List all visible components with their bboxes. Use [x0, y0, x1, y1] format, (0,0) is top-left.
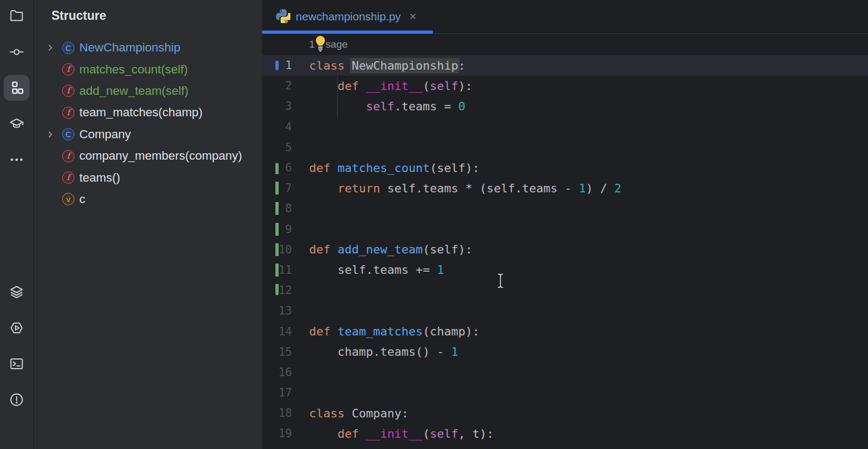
line-number[interactable]: 2 [262, 79, 309, 92]
sidebar-item-services[interactable] [4, 315, 29, 341]
structure-item-c[interactable]: vc [34, 189, 262, 210]
sidebar-item-problems[interactable] [4, 387, 29, 413]
function-icon: f [62, 63, 74, 76]
line-number[interactable]: 15 [262, 346, 309, 358]
code-line-5[interactable]: 5 [262, 137, 868, 158]
line-number[interactable]: 19 [262, 427, 309, 440]
lightbulb-icon[interactable] [314, 35, 327, 54]
structure-item-label: Company [79, 128, 131, 141]
code-text: def __init__(self, t): [309, 427, 493, 440]
structure-item-matches-count-self[interactable]: fmatches_count(self) [34, 58, 262, 80]
code-line-13[interactable]: 13 [262, 301, 868, 321]
tool-window-stripe [0, 0, 34, 449]
line-number[interactable]: 18 [262, 407, 309, 420]
function-icon: f [62, 85, 74, 97]
code-line-8[interactable]: 8 [262, 198, 868, 219]
line-number[interactable]: 7 [262, 182, 309, 194]
code-line-9[interactable]: 9 [262, 219, 868, 240]
code-line-7[interactable]: 7 return self.teams * (self.teams - 1) /… [262, 178, 868, 198]
code-area[interactable]: 1sage 1class NewChampionship:2 def __ini… [262, 34, 868, 449]
close-icon[interactable]: × [409, 11, 416, 23]
run-hexagon-icon [9, 320, 25, 336]
line-number[interactable]: 5 [262, 141, 309, 154]
vcs-added-bar [275, 163, 279, 174]
line-number[interactable]: 1 [262, 59, 309, 72]
structure-panel: Structure CNewChampionshipfmatches_count… [34, 0, 262, 449]
code-text: champ.teams() - 1 [309, 345, 458, 358]
code-line-17[interactable]: 17 [262, 383, 868, 403]
chevron-right-icon[interactable] [46, 43, 55, 52]
code-line-12[interactable]: 12 [262, 280, 868, 301]
chevron-right-icon [46, 195, 55, 204]
code-line-6[interactable]: 6def matches_count(self): [262, 158, 868, 178]
function-icon: f [62, 150, 74, 162]
line-number[interactable]: 14 [262, 325, 309, 338]
code-text: return self.teams * (self.teams - 1) / 2 [309, 182, 622, 195]
code-line-2[interactable]: 2 def __init__(self): [262, 76, 868, 96]
sidebar-item-stack[interactable] [4, 279, 29, 305]
code-lines: 1class NewChampionship:2 def __init__(se… [262, 55, 868, 444]
chevron-right-icon [46, 174, 55, 182]
structure-item-teams[interactable]: fteams() [34, 167, 262, 188]
line-number[interactable]: 3 [262, 100, 309, 113]
commit-icon [9, 44, 25, 60]
sidebar-item-commit[interactable] [4, 39, 29, 65]
sidebar-item-more[interactable] [4, 147, 29, 173]
structure-item-label: c [79, 192, 85, 206]
vcs-added-bar [275, 284, 279, 295]
structure-item-newchampionship[interactable]: CNewChampionship [34, 37, 262, 58]
graduation-cap-icon [9, 116, 25, 132]
code-line-15[interactable]: 15 champ.teams() - 1 [262, 342, 868, 362]
structure-item-company-members-company[interactable]: fcompany_members(company) [34, 145, 262, 167]
sidebar-item-structure[interactable] [4, 75, 29, 101]
code-line-19[interactable]: 19 def __init__(self, t): [262, 423, 868, 444]
sidebar-item-learn[interactable] [4, 111, 29, 137]
code-line-18[interactable]: 18class Company: [262, 403, 868, 423]
code-text: class Company: [309, 407, 408, 420]
line-number[interactable]: 8 [262, 202, 309, 215]
line-number[interactable]: 12 [262, 284, 309, 297]
line-number[interactable]: 4 [262, 121, 309, 133]
function-icon: f [62, 171, 74, 184]
code-text: class NewChampionship: [309, 59, 465, 72]
python-icon [276, 9, 290, 25]
code-text: def add_new_team(self): [309, 243, 473, 256]
code-line-16[interactable]: 16 [262, 362, 868, 383]
stack-icon [9, 284, 25, 300]
code-line-4[interactable]: 4 [262, 117, 868, 137]
structure-icon [9, 80, 25, 96]
sidebar-item-project[interactable] [4, 3, 29, 29]
chevron-right-icon[interactable] [46, 130, 55, 139]
vcs-added-bar [275, 243, 279, 256]
structure-item-company[interactable]: CCompany [34, 124, 262, 145]
line-number[interactable]: 17 [262, 386, 309, 399]
structure-item-label: teams() [79, 171, 120, 185]
ide-window: Structure CNewChampionshipfmatches_count… [0, 0, 868, 449]
more-icon [9, 152, 25, 168]
folder-icon [9, 8, 25, 24]
tab-newchampionship-py[interactable]: newchampionship.py × [262, 0, 429, 33]
line-number[interactable]: 16 [262, 366, 309, 379]
vcs-added-bar [275, 202, 279, 215]
code-text: def matches_count(self): [309, 161, 480, 175]
line-number[interactable]: 9 [262, 223, 309, 236]
sidebar-item-terminal[interactable] [4, 351, 29, 377]
code-line-10[interactable]: 10def add_new_team(self): [262, 240, 868, 260]
indent-guide [337, 96, 338, 116]
chevron-right-icon [46, 152, 55, 160]
code-line-3[interactable]: 3 self.teams = 0 [262, 96, 868, 116]
structure-item-label: team_matches(champ) [79, 106, 203, 119]
code-line-11[interactable]: 11 self.teams += 1 [262, 260, 868, 280]
structure-item-team-matches-champ[interactable]: fteam_matches(champ) [34, 102, 262, 123]
chevron-right-icon [46, 65, 55, 74]
usage-hint-text-tail: sage [326, 39, 348, 50]
variable-icon: v [62, 193, 74, 205]
line-number[interactable]: 11 [262, 264, 309, 276]
code-line-1[interactable]: 1class NewChampionship: [262, 55, 868, 76]
code-line-14[interactable]: 14def team_matches(champ): [262, 321, 868, 341]
structure-item-add-new-team-self[interactable]: fadd_new_team(self) [34, 80, 262, 102]
line-number[interactable]: 10 [262, 243, 309, 256]
line-number[interactable]: 6 [262, 161, 309, 174]
usage-hint[interactable]: 1sage [262, 34, 868, 55]
line-number[interactable]: 13 [262, 304, 309, 317]
